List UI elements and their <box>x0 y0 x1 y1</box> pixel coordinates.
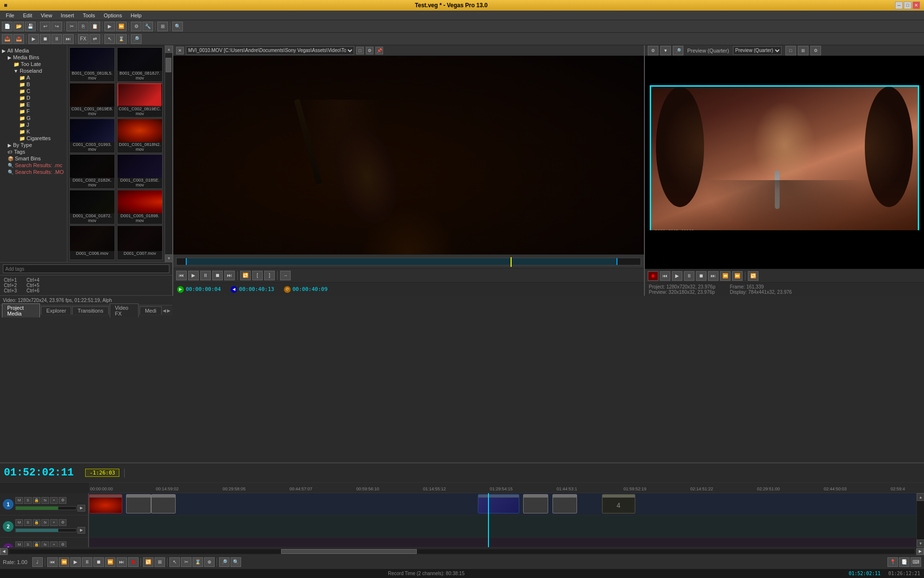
tl-tool4-btn[interactable]: ⊕ <box>204 557 215 567</box>
preview-prev-frame-btn[interactable]: ⏪ <box>720 271 731 281</box>
trim-settings-btn[interactable]: ⚙ <box>366 47 373 54</box>
media-thumb-d001c007[interactable]: D001_C007.mov <box>117 225 163 260</box>
scroll-up-btn[interactable]: ▲ <box>165 45 172 53</box>
tree-folder-f[interactable]: 📁 F <box>0 108 67 115</box>
tl-play-btn[interactable]: ▶ <box>70 557 81 567</box>
render-btn[interactable]: ▶ <box>104 22 115 31</box>
tl-zoom-out-btn[interactable]: 🔍 <box>231 557 241 567</box>
tl-loop-btn[interactable]: 🔁 <box>143 557 154 567</box>
tl-next-btn[interactable]: ⏩ <box>105 557 116 567</box>
tree-folder-g[interactable]: 📁 G <box>0 115 67 121</box>
tab-media[interactable]: Medi <box>140 306 162 315</box>
tool-arrow[interactable]: ↖ <box>104 34 115 44</box>
tl-stop-btn[interactable]: ⏹ <box>93 557 104 567</box>
tl-zoom-in-btn[interactable]: 🔎 <box>219 557 230 567</box>
tree-too-late[interactable]: 📁 Too Late <box>0 61 67 67</box>
close-button[interactable]: ✕ <box>912 1 920 9</box>
vscroll-down[interactable]: ▼ <box>917 539 924 547</box>
zoom-in-btn[interactable]: 🔎 <box>131 34 141 44</box>
track-3-mute[interactable]: M <box>15 541 23 548</box>
scroll-track[interactable] <box>165 53 172 254</box>
timeline-ruler[interactable]: 00:00:00:00 00:14:59:02 00:29:58:05 00:4… <box>89 483 924 493</box>
media-thumb-d001c001[interactable]: D001_C001_0818N2.mov <box>117 118 163 153</box>
track-3-lock[interactable]: 🔒 <box>33 541 40 548</box>
hscroll-left-btn[interactable]: ◀ <box>0 548 8 555</box>
preview-go-start-btn[interactable]: ⏮ <box>660 271 670 281</box>
track-2-fx[interactable]: fx <box>41 519 49 526</box>
paste-btn[interactable]: 📋 <box>90 22 100 31</box>
track-2-overflow[interactable]: ▶ <box>77 527 85 534</box>
preview-stop-btn[interactable]: ⏹ <box>696 271 706 281</box>
import-btn[interactable]: 📥 <box>2 34 13 44</box>
tab-scroll-left[interactable]: ◀ <box>163 308 166 313</box>
tl-snap-btn[interactable]: ⊞ <box>154 557 165 567</box>
track-lane-3[interactable] <box>89 538 916 547</box>
hscroll-thumb[interactable] <box>281 549 417 554</box>
transitions-btn[interactable]: ⇄ <box>90 34 100 44</box>
tree-folder-e[interactable]: 📁 E <box>0 101 67 108</box>
tree-all-media[interactable]: ▶ All Media <box>0 47 67 54</box>
trim-send-timeline-btn[interactable]: → <box>280 271 291 280</box>
clip-track1-1[interactable] <box>89 494 122 513</box>
menu-tools[interactable]: Tools <box>79 12 99 19</box>
trim-timeline[interactable] <box>173 254 644 268</box>
media-thumb-d001c003[interactable]: D001_C003_0185E.mov <box>117 154 163 189</box>
tree-folder-d[interactable]: 📁 D <box>0 94 67 101</box>
tab-transitions[interactable]: Transitions <box>72 306 108 315</box>
track-1-fx[interactable]: fx <box>41 497 49 504</box>
media-tree[interactable]: ▶ All Media ▶ Media Bins 📁 Too Late ▼ Ro… <box>0 45 67 262</box>
track-2-vol-slider[interactable] <box>15 528 77 532</box>
scroll-thumb[interactable] <box>166 58 171 72</box>
preview-pause-btn[interactable]: ⏸ <box>684 271 694 281</box>
copy-btn[interactable]: ⎘ <box>78 22 89 31</box>
preview-quality-select[interactable]: Preview (Quarter) Preview (Half) Preview… <box>733 46 782 55</box>
trim-maximize-btn[interactable]: □ <box>356 47 364 54</box>
track-2-expand[interactable]: + <box>50 519 58 526</box>
preview-record-btn[interactable]: ⏺ <box>648 271 658 281</box>
media-thumb-d001c006[interactable]: D001_C006.mov <box>69 225 115 260</box>
trim-close-btn[interactable]: ✕ <box>176 47 184 54</box>
tree-folder-b[interactable]: 📁 B <box>0 81 67 88</box>
trim-pause-btn[interactable]: ⏸ <box>200 271 211 280</box>
media-thumb-b001c005[interactable]: B001_C005_0818L5.mov <box>69 47 115 82</box>
preview-stop-btn[interactable]: ⏹ <box>40 34 51 44</box>
new-project-btn[interactable]: 📄 <box>2 22 13 31</box>
trim-timeline-bar[interactable] <box>176 258 641 265</box>
trim-in-btn[interactable]: [ <box>252 271 263 280</box>
export-btn[interactable]: 📤 <box>13 34 24 44</box>
tree-search-mc[interactable]: 🔍 Search Results: .mc <box>0 162 67 169</box>
track-2-settings[interactable]: ⚙ <box>59 519 66 526</box>
tl-tool3-btn[interactable]: ⌛ <box>192 557 203 567</box>
menu-edit[interactable]: Edit <box>19 12 36 19</box>
preview-play-btn[interactable]: ▶ <box>28 34 39 44</box>
preview-go-end-btn[interactable]: ⏭ <box>708 271 719 281</box>
track-3-solo[interactable]: S <box>24 541 32 548</box>
properties-btn[interactable]: ⚙ <box>131 22 141 31</box>
cut-btn[interactable]: ✂ <box>66 22 77 31</box>
media-thumb-d001c005[interactable]: D001_C005_01898.mov <box>117 190 163 224</box>
tl-pause-btn[interactable]: ⏸ <box>82 557 92 567</box>
timeline-hscrollbar[interactable]: ◀ ▶ <box>0 547 924 555</box>
preview-next-btn[interactable]: ⏭ <box>63 34 74 44</box>
clip-track1-2[interactable] <box>126 494 151 513</box>
tree-tags[interactable]: 🏷 Tags <box>0 148 67 155</box>
preview-zoom-btn[interactable]: 🔎 <box>673 46 683 55</box>
track-1-expand[interactable]: + <box>50 497 58 504</box>
trim-play-btn[interactable]: ▶ <box>188 271 199 280</box>
trim-go-end-btn[interactable]: ⏭ <box>224 271 235 280</box>
fx-btn[interactable]: FX <box>78 34 89 44</box>
open-btn[interactable]: 📂 <box>13 22 24 31</box>
search-btn[interactable]: 🔍 <box>172 22 183 31</box>
hscroll-right-btn[interactable]: ▶ <box>916 548 924 555</box>
tree-folder-k[interactable]: 📁 K <box>0 128 67 135</box>
track-1-lock[interactable]: 🔒 <box>33 497 40 504</box>
trim-file-selector[interactable]: MVI_0010.MOV [C:\Users\Andre\Documents\S… <box>186 46 354 55</box>
maximize-button[interactable]: □ <box>904 1 911 9</box>
tree-smart-bins[interactable]: 📦 Smart Bins <box>0 155 67 162</box>
preview-ext-btn[interactable]: ⊞ <box>798 46 808 55</box>
tl-go-start-btn[interactable]: ⏮ <box>47 557 58 567</box>
tl-tool2-btn[interactable]: ✂ <box>181 557 192 567</box>
preview-next-frame-btn[interactable]: ⏩ <box>732 271 743 281</box>
tool-trim[interactable]: ⌛ <box>116 34 127 44</box>
tl-chapter-btn[interactable]: 📑 <box>899 557 910 567</box>
